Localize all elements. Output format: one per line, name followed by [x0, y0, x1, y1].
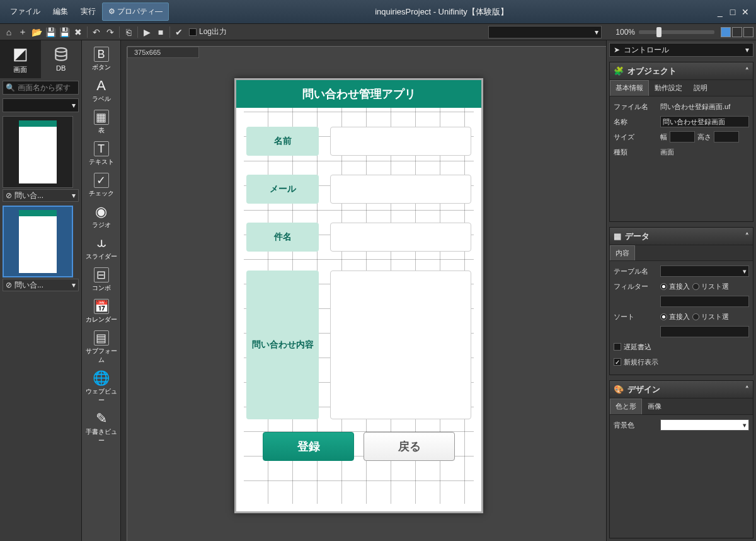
back-button[interactable]: 戻る [364, 432, 455, 461]
right-panel: ➤ コントロール ▾ 🧩 オブジェクト ˄ 基本情報 動作設定 説明 ファイル名… [606, 40, 756, 541]
maximize-button[interactable]: □ [727, 6, 738, 18]
filter-list[interactable]: リスト選 [692, 282, 729, 291]
menu-property[interactable]: ⚙プロパティ― [102, 3, 169, 21]
screen-filter-combo[interactable]: ▾ [3, 98, 79, 112]
save-all-icon[interactable]: 💾 [58, 26, 71, 38]
name-input[interactable]: 問い合わせ登録画面 [660, 116, 749, 127]
toolbar-combo[interactable]: ▾ [488, 26, 602, 38]
filter-input[interactable] [660, 296, 749, 307]
home-icon[interactable]: ⌂ [3, 26, 15, 38]
label-name[interactable]: 名前 [246, 127, 319, 156]
canvas-size-info: 375x665 [127, 47, 199, 58]
tool-handwrite[interactable]: ✎手書きビュー [83, 409, 120, 449]
tool-webview[interactable]: 🌐ウェブビュー [83, 368, 120, 409]
separator [169, 26, 170, 38]
tool-calendar[interactable]: 📅カレンダー [83, 296, 120, 328]
search-input[interactable]: 🔍 画面名から探す [3, 81, 79, 95]
save-icon[interactable]: 💾 [44, 26, 57, 38]
device-frame[interactable]: 問い合わせ管理アプリ 名前 メール 件名 問い合わせ内容 [234, 78, 483, 513]
tab-content[interactable]: 内容 [610, 245, 635, 260]
tab-color-shape[interactable]: 色と形 [610, 398, 642, 414]
zoom-slider[interactable] [639, 30, 714, 34]
main-menu: ファイル 編集 実行 ⚙プロパティ― [0, 3, 169, 21]
tool-label[interactable]: Aラベル [83, 76, 120, 107]
bgcolor-label: 背景色 [614, 421, 658, 430]
close-button[interactable]: ✕ [740, 6, 751, 18]
input-mail[interactable] [330, 175, 471, 204]
view-mode-2[interactable] [732, 27, 742, 37]
tool-combo[interactable]: ⊟コンボ [83, 265, 120, 296]
view-mode-1[interactable] [721, 27, 731, 37]
panel-design: 🎨 デザイン ˄ 色と形 画像 背景色 ▾ [609, 380, 753, 538]
lock-icon: ⊘ [6, 281, 12, 289]
tool-check[interactable]: ✓チェック [83, 170, 120, 202]
tab-db[interactable]: DB [41, 40, 82, 78]
menu-edit[interactable]: 編集 [47, 3, 74, 21]
wifi-icon[interactable]: ⎗ [122, 26, 135, 38]
filter-label: フィルター [614, 282, 658, 291]
delayed-write-check[interactable]: 遅延書込 [614, 340, 749, 353]
log-output-toggle[interactable]: Log出力 [189, 26, 227, 37]
grid-icon: ▦ [614, 231, 621, 241]
collapse-icon[interactable]: ˄ [745, 232, 749, 240]
check-icon[interactable]: ✔ [173, 26, 185, 38]
view-mode-3[interactable] [743, 27, 753, 37]
sort-list[interactable]: リスト選 [692, 312, 729, 322]
add-icon[interactable]: ＋ [16, 26, 29, 38]
sort-direct[interactable]: 直接入 [660, 312, 690, 322]
register-button[interactable]: 登録 [263, 432, 354, 461]
height-input[interactable] [714, 131, 739, 143]
input-subject[interactable] [330, 223, 471, 252]
radio-icon: ◉ [94, 204, 109, 219]
minimize-button[interactable]: _ [714, 6, 726, 18]
tool-slider[interactable]: ⥿スライダー [83, 233, 120, 265]
collapse-icon[interactable]: ˄ [745, 67, 749, 75]
panel-object-header[interactable]: 🧩 オブジェクト ˄ [610, 62, 753, 80]
palette-icon: 🎨 [614, 385, 624, 394]
tab-action-settings[interactable]: 動作設定 [649, 80, 688, 96]
slider-thumb[interactable] [656, 27, 662, 37]
app-header[interactable]: 問い合わせ管理アプリ [236, 80, 481, 108]
sort-input[interactable] [660, 326, 749, 337]
tab-description[interactable]: 説明 [688, 80, 713, 96]
canvas-area[interactable]: 375x665 問い合わせ管理アプリ 名前 メール 件名 問い合わせ内容 [121, 40, 606, 541]
panel-design-header[interactable]: 🎨 デザイン ˄ [610, 381, 753, 398]
height-label: 高さ [697, 132, 711, 142]
globe-icon: 🌐 [94, 371, 109, 386]
menu-run[interactable]: 実行 [74, 3, 102, 21]
input-name[interactable] [330, 127, 471, 156]
tool-radio[interactable]: ◉ラジオ [83, 202, 120, 233]
tab-basic-info[interactable]: 基本情報 [610, 80, 649, 96]
screen-thumb-2[interactable]: ⊘問い合...▾ [3, 206, 79, 291]
input-content[interactable] [330, 270, 471, 419]
ruler-corner [121, 40, 127, 47]
tool-subform[interactable]: ▤サブフォーム [83, 328, 120, 368]
gear-icon: ⚙ [108, 7, 115, 16]
menu-file[interactable]: ファイル [4, 3, 47, 21]
separator [87, 26, 88, 38]
tab-screen[interactable]: ◩ 画面 [0, 40, 41, 78]
screen-thumb-1[interactable]: ⊘問い合...▾ [3, 116, 79, 202]
redo-icon[interactable]: ↷ [104, 26, 117, 38]
control-selector[interactable]: ➤ コントロール ▾ [609, 43, 753, 57]
play-icon[interactable]: ▶ [140, 26, 153, 38]
undo-icon[interactable]: ↶ [90, 26, 103, 38]
label-subject[interactable]: 件名 [246, 223, 319, 252]
stop-icon[interactable]: ■ [154, 26, 167, 38]
tool-table[interactable]: ▦表 [83, 107, 120, 139]
delete-icon[interactable]: ✖ [72, 26, 84, 38]
collapse-icon[interactable]: ˄ [745, 385, 749, 393]
label-mail[interactable]: メール [246, 175, 319, 204]
bgcolor-combo[interactable]: ▾ [660, 419, 749, 431]
table-name-combo[interactable]: ▾ [660, 265, 749, 277]
open-icon[interactable]: 📂 [30, 26, 43, 38]
tool-text[interactable]: Tテキスト [83, 139, 120, 170]
tab-image[interactable]: 画像 [642, 398, 667, 414]
tool-button[interactable]: Bボタン [83, 44, 120, 76]
filter-direct[interactable]: 直接入 [660, 282, 690, 291]
label-content[interactable]: 問い合わせ内容 [246, 270, 319, 419]
ruler-horizontal [127, 40, 606, 47]
show-new-row-check[interactable]: ✓新規行表示 [614, 356, 749, 368]
width-input[interactable] [670, 131, 695, 143]
panel-data-header[interactable]: ▦ データ ˄ [610, 228, 753, 245]
